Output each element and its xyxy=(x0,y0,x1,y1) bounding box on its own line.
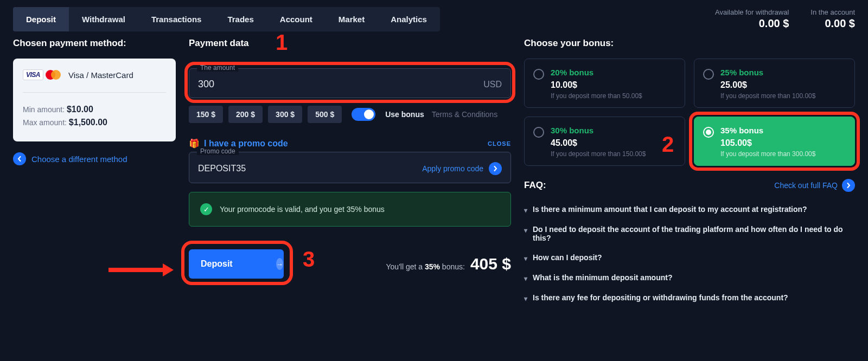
balance-withdrawal-value: 0.00 $ xyxy=(715,17,789,30)
amount-chip-0[interactable]: 150 $ xyxy=(189,106,223,123)
deposit-button[interactable]: Deposit → xyxy=(189,249,284,279)
min-amount-value: $10.00 xyxy=(67,105,93,114)
faq-question: Is there a minimum amount that I can dep… xyxy=(533,205,807,214)
tab-deposit[interactable]: Deposit xyxy=(13,7,69,31)
promo-legend: Promo code xyxy=(197,147,239,155)
col-bonus-faq: Choose your bonus: 20% bonus10.00$If you… xyxy=(524,38,855,308)
chevron-right-icon xyxy=(842,179,855,192)
mastercard-icon xyxy=(44,69,62,80)
bonus-card-3[interactable]: 35% bonus105.00$If you deposit more than… xyxy=(694,117,855,166)
radio-icon xyxy=(703,127,714,138)
faq-full-link[interactable]: Check out full FAQ xyxy=(774,179,855,192)
promo-close-link[interactable]: CLOSE xyxy=(488,140,511,147)
min-amount-label: Min amount: xyxy=(23,105,65,114)
tab-analytics[interactable]: Analytics xyxy=(378,7,440,31)
payment-method-card: VISA Visa / MasterCard Min amount: $10.0… xyxy=(13,59,176,141)
balance-withdrawal: Available for withdrawal 0.00 $ xyxy=(715,8,789,30)
use-bonus-toggle[interactable] xyxy=(352,108,375,121)
choose-different-method[interactable]: Choose a different method xyxy=(13,152,176,165)
bonus-card-1[interactable]: 25% bonus25.00$If you deposit more than … xyxy=(694,59,855,108)
promo-code-title: I have a promo code xyxy=(204,139,288,149)
terms-link[interactable]: Terms & Conditions xyxy=(432,110,497,119)
amount-chips-row: 150 $200 $300 $500 $Use bonusTerms & Con… xyxy=(189,106,511,123)
amount-chip-3[interactable]: 500 $ xyxy=(308,106,342,123)
promo-success-banner: ✓ Your promocode is valid, and you get 3… xyxy=(189,192,511,227)
amount-field[interactable]: The amount 300 USD xyxy=(189,68,511,98)
youget-suffix: bonus: xyxy=(440,262,465,271)
payment-method-row[interactable]: VISA Visa / MasterCard xyxy=(23,69,166,93)
faq-question: What is the minimum deposit amount? xyxy=(533,273,672,282)
amount-chip-1[interactable]: 200 $ xyxy=(228,106,263,123)
tab-account[interactable]: Account xyxy=(267,7,326,31)
promo-code-value: DEPOSIT35 xyxy=(198,164,246,173)
use-bonus-label: Use bonus xyxy=(385,110,424,119)
bonus-name: 25% bonus xyxy=(720,68,815,77)
svg-marker-1 xyxy=(163,263,174,276)
tab-trades[interactable]: Trades xyxy=(214,7,266,31)
deposit-button-label: Deposit xyxy=(201,259,233,269)
faq-item-2[interactable]: ▾How can I deposit? xyxy=(524,248,855,268)
bonus-name: 35% bonus xyxy=(720,126,815,135)
faq-full-link-label: Check out full FAQ xyxy=(774,181,838,190)
balance-withdrawal-label: Available for withdrawal xyxy=(715,8,789,16)
amount-chip-2[interactable]: 300 $ xyxy=(268,106,302,123)
col-payment-data: Payment data 1 The amount 300 USD 150 $2… xyxy=(189,38,511,308)
bonus-total: 405 $ xyxy=(470,255,511,273)
faq-question: Is there any fee for depositing or withd… xyxy=(533,293,788,302)
visa-icon: VISA xyxy=(23,69,43,80)
faq-item-3[interactable]: ▾What is the minimum deposit amount? xyxy=(524,268,855,288)
amount-currency: USD xyxy=(483,80,502,89)
payment-method-title: Chosen payment method: xyxy=(13,38,176,49)
arrow-right-icon: → xyxy=(276,258,283,270)
bonus-amount: 45.00$ xyxy=(551,138,646,148)
bonus-name: 20% bonus xyxy=(551,68,642,77)
min-amount-row: Min amount: $10.00 xyxy=(23,105,166,114)
balance-account-label: In the account xyxy=(810,8,855,16)
tab-withdrawal[interactable]: Withdrawal xyxy=(69,7,138,31)
radio-icon xyxy=(703,69,714,80)
radio-icon xyxy=(533,69,544,80)
youget-prefix: You'll get a xyxy=(386,262,425,271)
check-icon: ✓ xyxy=(200,203,212,215)
bonus-grid: 20% bonus10.00$If you deposit more than … xyxy=(524,59,855,166)
max-amount-value: $1,500.00 xyxy=(69,118,107,127)
tab-transactions[interactable]: Transactions xyxy=(138,7,215,31)
faq-item-1[interactable]: ▾Do I need to deposit the account of the… xyxy=(524,220,855,248)
tab-bar: DepositWithdrawalTransactionsTradesAccou… xyxy=(13,7,440,31)
faq-title: FAQ: xyxy=(524,180,546,191)
choose-different-method-label: Choose a different method xyxy=(31,154,127,164)
faq-item-0[interactable]: ▾Is there a minimum amount that I can de… xyxy=(524,199,855,220)
max-amount-row: Max amount: $1,500.00 xyxy=(23,118,166,127)
apply-promo-label: Apply promo code xyxy=(422,164,483,173)
youget-pct: 35% xyxy=(425,262,440,271)
chevron-right-icon xyxy=(489,162,502,175)
bonus-title: Choose your bonus: xyxy=(524,38,855,49)
top-bar: DepositWithdrawalTransactionsTradesAccou… xyxy=(0,0,868,38)
promo-code-field[interactable]: Promo code DEPOSIT35 Apply promo code xyxy=(189,152,511,183)
faq-list: ▾Is there a minimum amount that I can de… xyxy=(524,199,855,308)
radio-icon xyxy=(533,127,544,138)
bonus-amount: 10.00$ xyxy=(551,80,642,90)
apply-promo-button[interactable]: Apply promo code xyxy=(422,162,502,175)
chevron-left-icon xyxy=(13,152,26,165)
bonus-condition: If you deposit more than 150.00$ xyxy=(551,150,646,158)
chevron-down-icon: ▾ xyxy=(524,255,527,262)
balance-account-value: 0.00 $ xyxy=(810,17,855,30)
bonus-name: 30% bonus xyxy=(551,126,646,135)
balance-account: In the account 0.00 $ xyxy=(810,8,855,30)
balances: Available for withdrawal 0.00 $ In the a… xyxy=(715,8,855,30)
bonus-card-0[interactable]: 20% bonus10.00$If you deposit more than … xyxy=(524,59,685,108)
bonus-card-2[interactable]: 30% bonus45.00$If you deposit more than … xyxy=(524,117,685,166)
payment-method-name: Visa / MasterCard xyxy=(68,70,133,80)
bonus-amount: 25.00$ xyxy=(720,80,815,90)
faq-question: Do I need to deposit the account of the … xyxy=(533,225,855,242)
amount-legend: The amount xyxy=(197,64,238,72)
tab-market[interactable]: Market xyxy=(326,7,378,31)
faq-question: How can I deposit? xyxy=(533,253,602,262)
amount-value: 300 xyxy=(198,79,214,90)
annotation-1: 1 xyxy=(276,30,288,55)
max-amount-label: Max amount: xyxy=(23,118,67,127)
payment-data-title: Payment data xyxy=(189,38,249,49)
faq-item-4[interactable]: ▾Is there any fee for depositing or with… xyxy=(524,288,855,308)
bonus-amount: 105.00$ xyxy=(720,138,815,148)
